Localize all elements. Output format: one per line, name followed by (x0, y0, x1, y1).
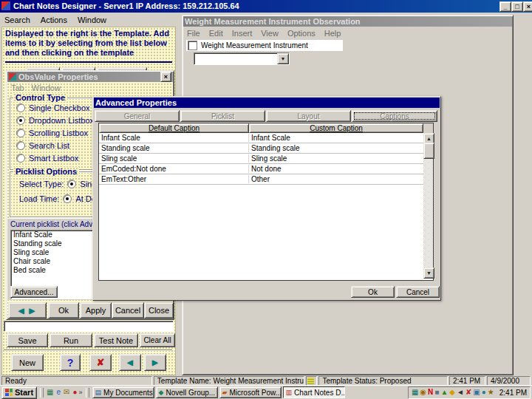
help-button[interactable]: ? (60, 354, 81, 371)
obsvalue-menubar: Tab Window (7, 83, 174, 92)
advanced-dialog: Advanced Properties General Picklist Lay… (92, 96, 441, 301)
save-button[interactable]: Save (7, 333, 48, 347)
forward-arrow-icon[interactable]: ► (144, 354, 166, 371)
tab-captions[interactable]: Captions (352, 110, 437, 122)
menu-window[interactable]: Window (32, 83, 61, 92)
radio-icon[interactable] (63, 194, 72, 203)
radio-icon[interactable] (67, 180, 76, 188)
pen-tray-icon[interactable]: ◆ (449, 389, 455, 396)
display2-tray-icon[interactable]: ▣ (473, 389, 480, 396)
tab-picklist[interactable]: Picklist (180, 110, 265, 122)
menu-options[interactable]: Options (287, 29, 316, 38)
volume-tray-icon[interactable]: ◄ (457, 389, 464, 396)
radio-single-checkbox[interactable]: Single Checkbox (16, 103, 90, 112)
apply-button[interactable]: Apply (80, 302, 112, 318)
radio-icon (16, 116, 25, 125)
header-spacer (423, 123, 433, 133)
task-microsoft-pow[interactable]: ▰ Microsoft Pow... (219, 386, 282, 398)
radio-smart-listbox[interactable]: Smart Listbox (16, 154, 78, 163)
cancel-button[interactable]: Cancel (112, 302, 144, 318)
display-tray-icon[interactable]: ▦ (412, 389, 418, 396)
close-button[interactable]: Close (144, 302, 174, 318)
back-arrow-icon[interactable]: ◄ (119, 354, 141, 371)
obsvalue-titlebar: ObsValue Properties × (7, 72, 173, 82)
mail-icon[interactable]: ✉ (64, 389, 69, 396)
note-field[interactable] (4, 321, 174, 332)
chevron-icon[interactable]: » (79, 389, 83, 396)
menu-search[interactable]: Search (4, 16, 30, 24)
nav-arrows[interactable]: ◄► (8, 302, 47, 318)
tab-layout[interactable]: Layout (266, 110, 351, 122)
dialog-icon (9, 73, 16, 81)
scroll-down-icon[interactable]: ▼ (423, 267, 434, 279)
tab-general[interactable]: General (95, 110, 180, 122)
test-note-button[interactable]: Test Note (94, 333, 138, 347)
delete-icon[interactable]: ✘ (89, 354, 112, 371)
obsvalue-title: ObsValue Properties (18, 72, 98, 81)
ie-icon[interactable]: e (57, 389, 61, 396)
radio-search-list[interactable]: Search List (16, 141, 69, 150)
misc-tray-icon[interactable]: ★ (488, 389, 494, 396)
task-icon: ▥ (286, 389, 293, 396)
column-header-default-caption[interactable]: Default Caption (99, 123, 249, 133)
advanced-title: Advanced Properties (95, 98, 177, 107)
close-icon[interactable]: × (160, 72, 171, 82)
clear-all-button[interactable]: Clear All (140, 333, 175, 347)
table-scrollbar[interactable]: ▲ ▼ (423, 133, 433, 279)
taskbar-grip (86, 388, 89, 398)
weight-instrument-checkbox[interactable] (188, 41, 197, 50)
task-tray-icon[interactable]: ✘ (466, 389, 471, 396)
table-row[interactable]: EmCoded:Not done Not done (99, 164, 433, 174)
close-icon[interactable]: × (523, 1, 532, 12)
desktop-icon[interactable]: ▦ (47, 389, 53, 396)
device-tray-icon[interactable]: ■ (434, 389, 439, 396)
cancel-button[interactable]: Cancel (396, 286, 440, 298)
forward-arrow-icon[interactable]: ► (27, 305, 38, 316)
menu-help[interactable]: Help (324, 29, 341, 38)
divider (4, 349, 172, 351)
novell-tray-icon[interactable]: N (428, 389, 433, 396)
taskbar: Start ▦e✉● » ▤ My Documents ◆ Novell Gro… (0, 385, 532, 399)
media-icon[interactable]: ● (72, 389, 77, 396)
divider (5, 61, 172, 63)
audio-tray-icon[interactable]: ◉ (420, 389, 426, 396)
table-row[interactable]: Standing scale Standing scale (99, 143, 433, 154)
menu-edit[interactable]: Edit (209, 29, 223, 38)
agent-tray-icon[interactable]: ▲ (440, 389, 448, 396)
table-header: Default Caption Custom Caption (99, 123, 433, 133)
menu-actions[interactable]: Actions (41, 16, 67, 24)
menu-file[interactable]: File (187, 29, 200, 38)
scrollbar-thumb[interactable] (423, 143, 434, 159)
menu-insert[interactable]: Insert (232, 29, 253, 38)
radio-dropdown-listbox[interactable]: Dropdown Listbox (16, 116, 94, 125)
advanced-button[interactable]: Advanced... (10, 286, 58, 298)
minimize-icon[interactable]: _ (499, 1, 511, 12)
radio-scrolling-listbox[interactable]: Scrolling Listbox (16, 129, 88, 137)
radio-icon (16, 103, 25, 112)
ok-button[interactable]: Ok (351, 286, 395, 298)
instrument-combobox[interactable]: ▼ (194, 52, 290, 65)
chevron-down-icon[interactable]: ▼ (277, 53, 289, 64)
menu-view[interactable]: View (261, 29, 279, 38)
update-tray-icon[interactable]: ● (482, 389, 486, 396)
restore-icon[interactable]: □ (511, 1, 523, 12)
menu-tab[interactable]: Tab (11, 83, 24, 92)
task-novell-group[interactable]: ◆ Novell Group... (156, 386, 218, 398)
radio-icon (16, 154, 25, 163)
main-titlebar: Chart Notes Designer - Server1 IP Addres… (0, 0, 532, 13)
task-my-documents[interactable]: ▤ My Documents (92, 386, 154, 398)
column-header-custom-caption[interactable]: Custom Caption (249, 123, 423, 133)
ok-button[interactable]: Ok (48, 302, 79, 318)
table-row[interactable]: Sling scale Sling scale (99, 154, 433, 164)
radio-icon (16, 129, 25, 137)
new-button[interactable]: New (11, 354, 44, 371)
table-row[interactable]: Infant Scale Infant Scale (99, 133, 433, 143)
back-arrow-icon[interactable]: ◄ (16, 305, 27, 316)
captions-table: Default Caption Custom Caption Infant Sc… (98, 123, 434, 281)
table-row[interactable]: EmText:Other Other (99, 174, 433, 185)
menu-window[interactable]: Window (78, 16, 106, 24)
select-type-label: Select Type: (19, 180, 64, 188)
task-chart-notes[interactable]: ▥ Chart Notes D... (283, 386, 345, 398)
start-button[interactable]: Start (1, 386, 37, 399)
run-button[interactable]: Run (50, 333, 92, 347)
